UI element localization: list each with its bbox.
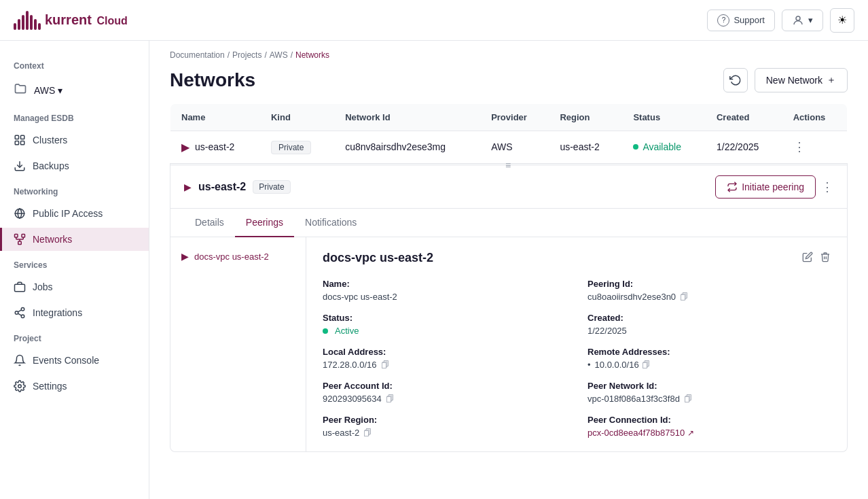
created-label: Created: <box>587 313 831 323</box>
breadcrumb-docs[interactable]: Documentation <box>170 50 225 60</box>
theme-toggle-button[interactable]: ☀ <box>830 8 854 33</box>
support-icon: ? <box>717 14 729 27</box>
peering-detail: docs-vpc us-east-2 <box>306 237 847 451</box>
networks-icon <box>14 233 26 245</box>
svg-rect-10 <box>18 241 22 245</box>
settings-label: Settings <box>33 381 67 392</box>
status-active-dot <box>323 328 328 334</box>
jobs-label: Jobs <box>33 281 53 292</box>
svg-rect-2 <box>21 135 24 139</box>
svg-line-20 <box>18 310 21 312</box>
list-item[interactable]: ▶ docs-vpc us-east-2 <box>170 244 306 269</box>
row-actions: ⋮ <box>782 131 848 163</box>
svg-point-17 <box>15 311 18 315</box>
peering-id-value: cu8oaoiirsdhv2ese3n0 🗍 <box>587 292 831 302</box>
peer-region-label: Peer Region: <box>323 415 566 425</box>
svg-point-21 <box>18 385 22 388</box>
jobs-icon <box>14 281 26 293</box>
user-menu-button[interactable]: ▾ <box>782 10 823 31</box>
copy-peer-region-icon[interactable]: 🗍 <box>363 428 372 438</box>
copy-local-address-icon[interactable]: 🗍 <box>381 360 389 370</box>
detail-title: us-east-2 <box>198 181 246 193</box>
sidebar-item-networks[interactable]: Networks <box>0 228 149 251</box>
backups-label: Backups <box>33 160 69 171</box>
events-console-label: Events Console <box>33 355 99 366</box>
remote-addresses-label: Remote Addresses: <box>587 347 831 357</box>
field-local-address: Local Address: 172.28.0.0/16 🗍 <box>323 347 566 370</box>
integrations-label: Integrations <box>33 307 82 318</box>
status-value: Active <box>323 326 566 336</box>
new-network-button[interactable]: New Network ＋ <box>755 68 848 92</box>
sidebar-item-events-console[interactable]: Events Console <box>0 349 149 372</box>
sidebar-item-public-ip[interactable]: Public IP Access <box>0 202 149 225</box>
copy-remote-address-icon[interactable]: 🗍 <box>642 360 650 370</box>
breadcrumb-current: Networks <box>295 50 329 60</box>
networks-table: Name Kind Network Id Provider Region Sta… <box>170 103 848 163</box>
peer-account-value: 920293095634 🗍 <box>323 394 566 404</box>
delete-peering-button[interactable] <box>820 252 831 265</box>
tab-details[interactable]: Details <box>184 209 235 237</box>
initiate-peering-label: Initiate peering <box>742 182 804 192</box>
trash-icon <box>820 252 831 262</box>
svg-rect-3 <box>15 141 18 145</box>
sidebar-item-jobs[interactable]: Jobs <box>0 275 149 298</box>
detail-header-right: Initiate peering ⋮ <box>715 175 833 199</box>
tab-notifications[interactable]: Notifications <box>294 209 367 237</box>
detail-header-left: ▶ us-east-2 Private <box>184 180 291 194</box>
breadcrumb: Documentation / Projects / AWS / Network… <box>149 41 868 64</box>
svg-rect-4 <box>21 141 24 145</box>
col-kind: Kind <box>260 104 334 131</box>
edit-icon <box>802 252 813 262</box>
peering-icon <box>727 182 738 192</box>
breadcrumb-projects[interactable]: Projects <box>232 50 261 60</box>
support-button[interactable]: ? Support <box>707 10 775 31</box>
field-created: Created: 1/22/2025 <box>587 313 831 336</box>
sidebar-item-settings[interactable]: Settings <box>0 375 149 398</box>
svg-line-19 <box>18 313 21 315</box>
copy-peer-account-icon[interactable]: 🗍 <box>386 394 394 404</box>
backups-icon <box>14 160 26 172</box>
peering-expand-icon: ▶ <box>181 251 189 262</box>
field-name: Name: docs-vpc us-east-2 <box>323 279 566 302</box>
col-actions: Actions <box>782 104 848 131</box>
breadcrumb-aws[interactable]: AWS <box>270 50 288 60</box>
local-address-value: 172.28.0.0/16 🗍 <box>323 360 566 370</box>
sun-icon: ☀ <box>837 14 847 27</box>
col-region: Region <box>549 104 622 131</box>
chevron-down-icon: ▾ <box>58 85 62 96</box>
edit-peering-button[interactable] <box>802 252 813 265</box>
tab-peerings[interactable]: Peerings <box>235 209 294 237</box>
public-ip-label: Public IP Access <box>33 208 103 219</box>
networks-table-container: Name Kind Network Id Provider Region Sta… <box>149 103 868 163</box>
field-peer-connection: Peer Connection Id: pcx-0cd8eea4f78b8751… <box>587 415 831 438</box>
context-value: AWS <box>34 85 55 96</box>
peer-connection-value[interactable]: pcx-0cd8eea4f78b87510 ↗ <box>587 428 831 438</box>
field-peer-region: Peer Region: us-east-2 🗍 <box>323 415 566 438</box>
services-section-title: Services <box>0 254 149 273</box>
top-navigation: kurrent Cloud ? Support ▾ ☀ <box>0 0 868 41</box>
detail-expand-icon[interactable]: ▶ <box>184 182 192 192</box>
sidebar: Context AWS ▾ Managed ESDB Clusters <box>0 41 149 499</box>
detail-more-button[interactable]: ⋮ <box>821 179 833 194</box>
status-dot <box>633 144 638 150</box>
initiate-peering-button[interactable]: Initiate peering <box>715 175 816 199</box>
external-link-icon: ↗ <box>687 428 694 438</box>
sidebar-item-clusters[interactable]: Clusters <box>0 128 149 152</box>
sidebar-item-backups[interactable]: Backups <box>0 154 149 177</box>
field-peer-network: Peer Network Id: vpc-018f086a13f3c3f8d 🗍 <box>587 381 831 404</box>
plus-icon: ＋ <box>827 74 836 86</box>
refresh-button[interactable] <box>723 68 748 92</box>
peer-account-label: Peer Account Id: <box>323 381 566 391</box>
detail-tabs: Details Peerings Notifications <box>170 209 847 237</box>
copy-peering-id-icon[interactable]: 🗍 <box>680 292 688 302</box>
row-expand-icon[interactable]: ▶ <box>181 141 189 154</box>
context-section-title: Context <box>0 54 149 73</box>
svg-rect-8 <box>15 235 18 238</box>
sidebar-item-integrations[interactable]: Integrations <box>0 301 149 324</box>
context-selector[interactable]: AWS ▾ <box>0 76 149 104</box>
row-actions-button[interactable]: ⋮ <box>793 139 806 154</box>
copy-peer-network-icon[interactable]: 🗍 <box>684 394 692 404</box>
peer-network-label: Peer Network Id: <box>587 381 831 391</box>
col-name: Name <box>170 104 260 131</box>
name-value: docs-vpc us-east-2 <box>323 292 566 302</box>
